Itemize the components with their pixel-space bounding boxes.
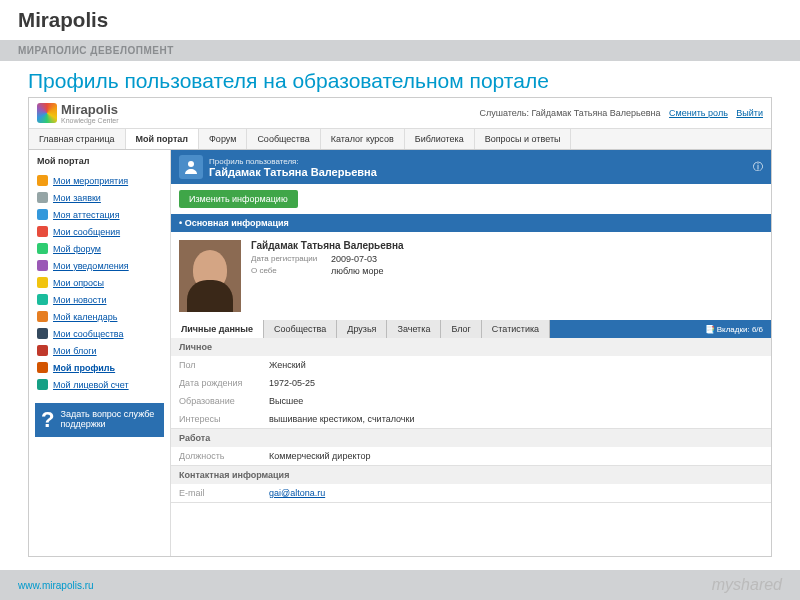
- detail-row: ДолжностьКоммерческий директор: [171, 447, 771, 465]
- sidebar-item[interactable]: Мои уведомления: [29, 257, 170, 274]
- sidebar-item-label: Мои уведомления: [53, 261, 129, 271]
- profile-tab[interactable]: Зачетка: [387, 320, 441, 338]
- sidebar-item-label: Мои заявки: [53, 193, 101, 203]
- detail-label: Образование: [179, 396, 269, 406]
- detail-label: Дата рождения: [179, 378, 269, 388]
- photo-row: Гайдамак Татьяна Валерьевна Дата регистр…: [171, 232, 771, 320]
- reg-date-value: 2009-07-03: [331, 254, 377, 264]
- detail-label: Интересы: [179, 414, 269, 424]
- footer-url[interactable]: www.mirapolis.ru: [18, 580, 94, 591]
- detail-value: 1972-05-25: [269, 378, 315, 388]
- profile-header-name: Гайдамак Татьяна Валерьевна: [209, 166, 377, 178]
- change-role-link[interactable]: Сменить роль: [669, 108, 728, 118]
- app-logo: Mirapolis Knowledge Center: [37, 102, 119, 124]
- sidebar-item-icon: [37, 226, 48, 237]
- sidebar-item[interactable]: Мой лицевой счет: [29, 376, 170, 393]
- detail-row: ОбразованиеВысшее: [171, 392, 771, 410]
- sidebar-item[interactable]: Мои сообщества: [29, 325, 170, 342]
- detail-label: Пол: [179, 360, 269, 370]
- sidebar-item-label: Мои сообщения: [53, 227, 120, 237]
- sidebar-item-icon: [37, 345, 48, 356]
- brand-logo: Mirapolis: [0, 0, 800, 40]
- question-icon: ?: [41, 409, 54, 431]
- sidebar-item-label: Мой форум: [53, 244, 101, 254]
- detail-label: Должность: [179, 451, 269, 461]
- sidebar-item[interactable]: Мои сообщения: [29, 223, 170, 240]
- sidebar-item-icon: [37, 379, 48, 390]
- gray-subtitle-bar: МИРАПОЛИС ДЕВЕЛОПМЕНТ: [0, 40, 800, 61]
- profile-header-sub: Профиль пользователя:: [209, 157, 377, 166]
- sidebar-item-label: Мои новости: [53, 295, 106, 305]
- sidebar-item[interactable]: Моя аттестация: [29, 206, 170, 223]
- detail-value[interactable]: gai@altona.ru: [269, 488, 325, 498]
- profile-tab[interactable]: Сообщества: [264, 320, 337, 338]
- sidebar-item[interactable]: Мои мероприятия: [29, 172, 170, 189]
- sidebar-item-label: Мои мероприятия: [53, 176, 128, 186]
- profile-header: Профиль пользователя: Гайдамак Татьяна В…: [171, 150, 771, 184]
- sidebar-item-icon: [37, 277, 48, 288]
- support-label: Задать вопрос службе поддержки: [60, 409, 158, 431]
- detail-section-header: Контактная информация: [171, 466, 771, 484]
- sidebar-item-icon: [37, 362, 48, 373]
- app-logo-sub: Knowledge Center: [61, 117, 119, 124]
- logout-link[interactable]: Выйти: [736, 108, 763, 118]
- sidebar-item-label: Мои блоги: [53, 346, 97, 356]
- profile-tab[interactable]: Друзья: [337, 320, 387, 338]
- reg-date-label: Дата регистрации: [251, 254, 323, 264]
- page-footer: www.mirapolis.ru myshared: [0, 570, 800, 600]
- footer-watermark: myshared: [712, 576, 782, 594]
- sidebar-item[interactable]: Мой форум: [29, 240, 170, 257]
- nav-tab[interactable]: Сообщества: [247, 129, 320, 149]
- detail-value: вышивание крестиком, считалочки: [269, 414, 414, 424]
- sidebar-item-icon: [37, 243, 48, 254]
- sidebar-item-icon: [37, 260, 48, 271]
- main-content: Профиль пользователя: Гайдамак Татьяна В…: [171, 150, 771, 556]
- profile-full-name: Гайдамак Татьяна Валерьевна: [251, 240, 404, 251]
- user-name: Гайдамак Татьяна Валерьевна: [531, 108, 660, 118]
- sidebar-item-label: Мой лицевой счет: [53, 380, 129, 390]
- profile-tab[interactable]: Личные данные: [171, 320, 264, 338]
- nav-tab[interactable]: Мой портал: [126, 129, 199, 149]
- nav-tabs: Главная страницаМой порталФорумСообществ…: [29, 129, 771, 150]
- detail-value: Женский: [269, 360, 306, 370]
- sidebar-item[interactable]: Мои блоги: [29, 342, 170, 359]
- sidebar-item-label: Мои опросы: [53, 278, 104, 288]
- about-value: люблю море: [331, 266, 383, 276]
- sidebar-item[interactable]: Мой профиль: [29, 359, 170, 376]
- user-role-label: Слушатель:: [480, 108, 529, 118]
- profile-icon: [179, 155, 203, 179]
- edit-info-button[interactable]: Изменить информацию: [179, 190, 298, 208]
- main-info-section-bar: • Основная информация: [171, 214, 771, 232]
- detail-value: Коммерческий директор: [269, 451, 370, 461]
- detail-row: Интересывышивание крестиком, считалочки: [171, 410, 771, 428]
- detail-value: Высшее: [269, 396, 303, 406]
- profile-tab[interactable]: Статистика: [482, 320, 550, 338]
- sidebar-item-icon: [37, 192, 48, 203]
- sidebar-item[interactable]: Мой календарь: [29, 308, 170, 325]
- nav-tab[interactable]: Вопросы и ответы: [475, 129, 572, 149]
- sidebar-item-icon: [37, 311, 48, 322]
- tab-count: 📑 Вкладки: 6/6: [697, 325, 771, 334]
- detail-label: E-mail: [179, 488, 269, 498]
- app-logo-icon: [37, 103, 57, 123]
- sidebar-item-label: Мой календарь: [53, 312, 117, 322]
- profile-sub-tabs: Личные данныеСообществаДрузьяЗачеткаБлог…: [171, 320, 771, 338]
- support-button[interactable]: ? Задать вопрос службе поддержки: [35, 403, 164, 437]
- profile-tab[interactable]: Блог: [441, 320, 481, 338]
- sidebar-item[interactable]: Мои опросы: [29, 274, 170, 291]
- user-bar: Слушатель: Гайдамак Татьяна Валерьевна С…: [480, 108, 764, 118]
- detail-row: E-mailgai@altona.ru: [171, 484, 771, 502]
- help-icon[interactable]: ⓘ: [753, 160, 763, 174]
- about-label: О себе: [251, 266, 323, 276]
- nav-tab[interactable]: Главная страница: [29, 129, 126, 149]
- nav-tab[interactable]: Форум: [199, 129, 247, 149]
- sidebar-item-icon: [37, 175, 48, 186]
- detail-section-header: Работа: [171, 429, 771, 447]
- sidebar: Мой портал Мои мероприятияМои заявкиМоя …: [29, 150, 171, 556]
- svg-point-1: [188, 161, 194, 167]
- sidebar-item[interactable]: Мои заявки: [29, 189, 170, 206]
- nav-tab[interactable]: Библиотека: [405, 129, 475, 149]
- sidebar-item[interactable]: Мои новости: [29, 291, 170, 308]
- sidebar-item-label: Моя аттестация: [53, 210, 120, 220]
- nav-tab[interactable]: Каталог курсов: [321, 129, 405, 149]
